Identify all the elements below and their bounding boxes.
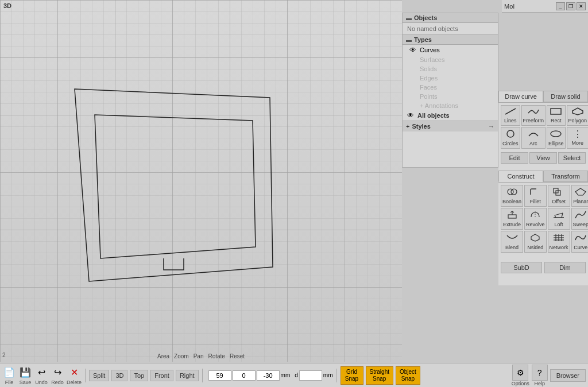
- grid-snap-button[interactable]: Grid Snap: [341, 366, 363, 385]
- reset-label: Reset: [230, 353, 245, 359]
- objects-collapse-btn[interactable]: ▬: [406, 15, 412, 21]
- eye-curves-icon[interactable]: 👁: [409, 46, 416, 54]
- dim-button[interactable]: Dim: [544, 262, 586, 273]
- type-annotations[interactable]: + Annotations: [403, 101, 498, 110]
- undo-label: Undo: [35, 380, 48, 385]
- types-header: ▬ Types: [403, 34, 498, 45]
- tool-ellipse[interactable]: Ellipse: [547, 127, 566, 149]
- status-bar: 📄 File 💾 Save ↩ Undo ↪ Redo ✕ Delete Spl…: [0, 363, 588, 387]
- all-objects-row[interactable]: 👁 All objects: [403, 110, 498, 121]
- minimize-button[interactable]: _: [556, 2, 565, 10]
- type-surfaces[interactable]: Surfaces: [403, 55, 498, 64]
- more-label: More: [572, 140, 584, 146]
- tool-polygon[interactable]: Polygon: [567, 105, 588, 126]
- tool-revolve[interactable]: Revolve: [524, 208, 547, 230]
- svg-line-2: [505, 109, 516, 114]
- tool-planar[interactable]: Planar: [571, 185, 588, 207]
- tool-rect[interactable]: Rect: [547, 105, 566, 126]
- ellipse-icon: [550, 129, 562, 140]
- sweep-icon: [574, 210, 587, 220]
- tool-lines[interactable]: Lines: [501, 105, 520, 126]
- arc-icon: [527, 129, 540, 140]
- tool-sweep[interactable]: Sweep: [571, 208, 588, 230]
- type-points[interactable]: Points: [403, 92, 498, 101]
- save-icon-btn[interactable]: 💾: [18, 366, 32, 380]
- arc-label: Arc: [529, 141, 537, 146]
- delete-icon-btn[interactable]: ✕: [67, 366, 81, 380]
- coord-y-input[interactable]: [233, 370, 256, 381]
- nsided-icon: [529, 233, 541, 243]
- tool-fillet[interactable]: Fillet: [524, 185, 547, 207]
- top-button[interactable]: Top: [130, 370, 148, 381]
- styles-row[interactable]: + Styles →: [403, 121, 498, 131]
- coord-x-input[interactable]: [208, 370, 231, 381]
- offset-icon: [552, 187, 565, 198]
- options-icon-btn[interactable]: ⚙: [512, 365, 528, 381]
- tool-offset[interactable]: Offset: [548, 185, 570, 207]
- nsided-label: Nsided: [527, 245, 543, 250]
- file-label: File: [5, 380, 14, 385]
- polygon-label: Polygon: [568, 118, 587, 123]
- tool-boolean[interactable]: Boolean: [501, 185, 523, 207]
- type-solids[interactable]: Solids: [403, 64, 498, 73]
- right-button[interactable]: Right: [176, 370, 199, 381]
- svg-marker-4: [572, 108, 583, 115]
- help-icon-btn[interactable]: ?: [532, 365, 548, 381]
- tab-transform[interactable]: Transform: [543, 171, 588, 182]
- tab-draw-curve[interactable]: Draw curve: [498, 91, 543, 102]
- straight-snap-line2: Snap: [373, 376, 386, 382]
- coord-d-input[interactable]: [299, 370, 322, 381]
- curve-icon: [574, 233, 587, 243]
- tool-curve[interactable]: Curve: [571, 231, 588, 253]
- edit-button[interactable]: Edit: [501, 152, 528, 164]
- type-curves[interactable]: 👁 Curves: [403, 45, 498, 55]
- circles-label: Circles: [502, 141, 519, 146]
- styles-label: Styles: [412, 123, 430, 130]
- undo-icon-btn[interactable]: ↩: [34, 366, 48, 380]
- tool-more[interactable]: ⋮ More: [567, 127, 588, 149]
- planar-label: Planar: [573, 199, 588, 204]
- freeform-label: Freeform: [523, 118, 544, 123]
- straight-snap-line1: Straight: [370, 369, 389, 376]
- tool-loft[interactable]: Loft: [548, 208, 570, 230]
- zoom-label: Zoom: [174, 353, 189, 359]
- tab-construct[interactable]: Construct: [498, 171, 543, 182]
- subd-button[interactable]: SubD: [501, 262, 542, 273]
- evs-row: Edit View Select: [498, 151, 588, 165]
- network-icon: [552, 233, 565, 243]
- front-button[interactable]: Front: [150, 370, 173, 381]
- tool-freeform[interactable]: Freeform: [521, 105, 546, 126]
- type-faces[interactable]: Faces: [403, 83, 498, 92]
- lines-label: Lines: [504, 118, 517, 123]
- type-edges[interactable]: Edges: [403, 73, 498, 83]
- maximize-button[interactable]: ❐: [566, 2, 575, 10]
- redo-icon-btn[interactable]: ↪: [51, 366, 64, 380]
- coord-z-input[interactable]: [257, 370, 280, 381]
- split-button[interactable]: Split: [89, 370, 109, 381]
- close-button[interactable]: ✕: [577, 2, 586, 10]
- styles-plus-icon: +: [406, 123, 409, 130]
- view-button[interactable]: View: [529, 152, 557, 164]
- straight-snap-button[interactable]: Straight Snap: [366, 366, 393, 385]
- svg-marker-18: [531, 234, 539, 241]
- tool-extrude[interactable]: Extrude: [501, 208, 523, 230]
- tool-network[interactable]: Network: [548, 231, 570, 253]
- pan-label: Pan: [194, 353, 204, 359]
- ct-tabs: Construct Transform: [498, 171, 588, 183]
- tool-nsided[interactable]: Nsided: [524, 231, 547, 253]
- eye-all-icon[interactable]: 👁: [407, 111, 414, 119]
- file-icon-btn[interactable]: 📄: [2, 366, 16, 380]
- svg-rect-3: [551, 109, 561, 114]
- all-objects-label: All objects: [417, 112, 450, 119]
- tool-arc[interactable]: Arc: [521, 127, 546, 149]
- browser-button[interactable]: Browser: [550, 369, 586, 382]
- mm-label-1: mm: [281, 372, 291, 378]
- tool-blend[interactable]: Blend: [501, 231, 523, 253]
- viewport-3d[interactable]: 3D Area Zoom Pan Rotate Reset 2: [0, 0, 402, 362]
- tab-draw-solid[interactable]: Draw solid: [543, 91, 588, 102]
- tool-circles[interactable]: Circles: [501, 127, 520, 149]
- svg-rect-12: [508, 215, 516, 218]
- object-snap-button[interactable]: Object Snap: [396, 366, 420, 385]
- select-button[interactable]: Select: [558, 152, 586, 164]
- 3d-button[interactable]: 3D: [111, 370, 127, 381]
